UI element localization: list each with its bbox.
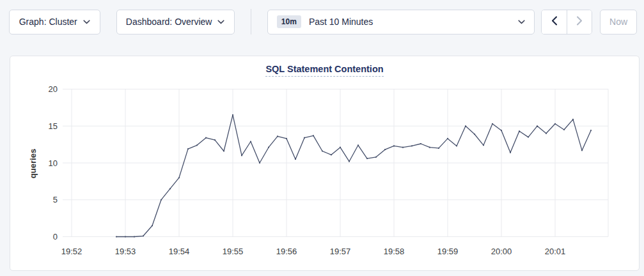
svg-text:20:01: 20:01 <box>545 247 566 256</box>
chevron-down-icon <box>83 20 90 24</box>
time-pager <box>541 10 592 34</box>
time-range-label: Past 10 Minutes <box>309 17 373 27</box>
now-button[interactable]: Now <box>600 10 637 34</box>
svg-text:0: 0 <box>53 232 58 241</box>
toolbar-divider <box>251 9 251 34</box>
svg-text:15: 15 <box>49 121 58 131</box>
time-range-badge: 10m <box>277 15 301 28</box>
svg-text:20:00: 20:00 <box>491 247 512 256</box>
svg-text:20: 20 <box>49 84 58 94</box>
svg-text:10: 10 <box>49 158 58 168</box>
svg-text:queries: queries <box>28 149 38 178</box>
next-time-button[interactable] <box>567 10 592 34</box>
now-button-label: Now <box>609 17 627 27</box>
graph-dropdown-label: Graph: Cluster <box>19 17 77 27</box>
svg-text:19:56: 19:56 <box>276 247 297 256</box>
svg-text:19:58: 19:58 <box>384 247 405 256</box>
chart-title[interactable]: SQL Statement Contention <box>265 64 383 77</box>
svg-text:19:52: 19:52 <box>61 247 82 256</box>
chevron-down-icon <box>217 20 224 24</box>
svg-text:19:57: 19:57 <box>330 247 351 256</box>
chart-panel: 0510152019:5219:5319:5419:5519:5619:5719… <box>10 56 640 271</box>
chevron-down-icon <box>518 20 525 24</box>
dashboard-dropdown-label: Dashboard: Overview <box>126 17 212 27</box>
svg-text:19:53: 19:53 <box>115 247 136 256</box>
chart-plot-area[interactable]: 0510152019:5219:5319:5419:5519:5619:5719… <box>10 56 640 272</box>
chevron-left-icon <box>551 16 558 27</box>
graph-dropdown[interactable]: Graph: Cluster <box>9 10 100 34</box>
chevron-right-icon <box>576 16 583 27</box>
svg-text:19:59: 19:59 <box>437 247 459 256</box>
time-range-picker[interactable]: 10m Past 10 Minutes <box>267 10 535 34</box>
svg-text:19:54: 19:54 <box>169 247 190 256</box>
prev-time-button[interactable] <box>542 10 567 34</box>
svg-text:19:55: 19:55 <box>223 247 244 256</box>
dashboard-dropdown[interactable]: Dashboard: Overview <box>116 10 235 34</box>
toolbar: Graph: Cluster Dashboard: Overview 10m P… <box>0 0 644 34</box>
svg-text:5: 5 <box>53 195 58 204</box>
